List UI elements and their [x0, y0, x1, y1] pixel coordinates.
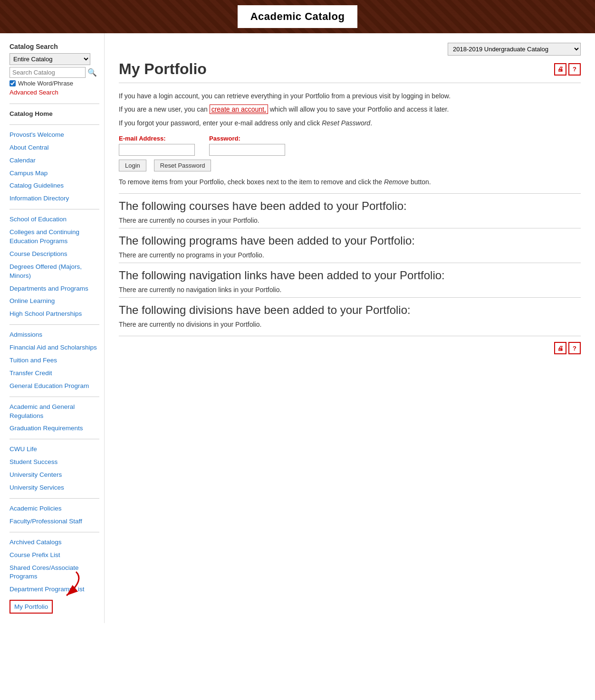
nav-campus-map[interactable]: Campus Map: [10, 167, 99, 180]
red-arrow-annotation: [48, 569, 86, 603]
nav-general-education[interactable]: General Education Program: [10, 380, 99, 393]
page-title-row: My Portfolio 🖨 ?: [119, 60, 581, 83]
catalog-search-label: Catalog Search: [10, 43, 99, 50]
divisions-heading: The following divisions have been added …: [119, 297, 581, 317]
site-header: Academic Catalog: [0, 0, 595, 33]
divider-3: [10, 209, 99, 209]
nav-departments-programs[interactable]: Departments and Programs: [10, 283, 99, 295]
whole-word-checkbox[interactable]: [10, 80, 16, 86]
nav-graduation-requirements[interactable]: Graduation Requirements: [10, 422, 99, 435]
nav-group-5: CWU Life Student Success University Cent…: [10, 443, 99, 494]
form-fields-row: E-mail Address: Password:: [119, 135, 581, 156]
print-icon-top: 🖨: [557, 66, 564, 73]
nav-university-centers[interactable]: University Centers: [10, 469, 99, 482]
email-form-group: E-mail Address:: [119, 135, 195, 156]
nav-provosts-welcome[interactable]: Provost's Welcome: [10, 129, 99, 142]
whole-word-label: Whole Word/Phrase: [18, 80, 73, 87]
nav-academic-policies[interactable]: Academic Policies: [10, 502, 99, 515]
nav-archived-catalogs[interactable]: Archived Catalogs: [10, 536, 99, 549]
nav-transfer-credit[interactable]: Transfer Credit: [10, 367, 99, 380]
intro-para-1: If you have a login account, you can ret…: [119, 91, 581, 101]
nav-course-descriptions[interactable]: Course Descriptions: [10, 248, 99, 261]
nav-links-heading: The following navigation links have been…: [119, 263, 581, 282]
catalog-version-select[interactable]: 2018-2019 Undergraduate Catalog 2017-201…: [448, 43, 581, 56]
nav-degrees-offered[interactable]: Degrees Offered (Majors, Minors): [10, 261, 99, 283]
form-buttons: Login Reset Password: [119, 160, 581, 171]
email-input[interactable]: [119, 144, 195, 156]
nav-group-3: Admissions Financial Aid and Scholarship…: [10, 329, 99, 392]
site-title: Academic Catalog: [238, 5, 358, 28]
divider-6: [10, 439, 99, 439]
divisions-empty-text: There are currently no divisions in your…: [119, 321, 581, 328]
nav-academic-regulations[interactable]: Academic and General Regulations: [10, 401, 99, 423]
nav-group-4: Academic and General Regulations Graduat…: [10, 401, 99, 435]
divider-2: [10, 124, 99, 125]
search-select-wrapper: Entire Catalog Course Descriptions Progr…: [10, 53, 99, 65]
nav-high-school-partnerships[interactable]: High School Partnerships: [10, 308, 99, 321]
nav-student-success[interactable]: Student Success: [10, 456, 99, 469]
print-icon-bottom: 🖨: [557, 345, 564, 352]
password-form-group: Password:: [209, 135, 285, 156]
top-icon-buttons: 🖨 ?: [554, 63, 581, 76]
nav-information-directory[interactable]: Information Directory: [10, 192, 99, 205]
courses-heading: The following courses have been added to…: [119, 193, 581, 213]
intro-para-2: If you are a new user, you can create an…: [119, 104, 581, 114]
catalog-home-link[interactable]: Catalog Home: [10, 108, 99, 121]
programs-section: The following programs have been added t…: [119, 228, 581, 259]
print-button-bottom[interactable]: 🖨: [554, 342, 566, 354]
programs-empty-text: There are currently no programs in your …: [119, 251, 581, 259]
nav-tuition-fees[interactable]: Tuition and Fees: [10, 354, 99, 367]
nav-online-learning[interactable]: Online Learning: [10, 295, 99, 308]
nav-links-empty-text: There are currently no navigation links …: [119, 286, 581, 293]
nav-financial-aid[interactable]: Financial Aid and Scholarships: [10, 341, 99, 354]
print-button-top[interactable]: 🖨: [554, 63, 566, 76]
nav-university-services[interactable]: University Services: [10, 482, 99, 494]
intro-para-3: If you forgot your password, enter your …: [119, 118, 581, 128]
whole-word-wrapper: Whole Word/Phrase: [10, 80, 99, 87]
nav-catalog-guidelines[interactable]: Catalog Guidelines: [10, 180, 99, 192]
my-portfolio-section: My Portfolio: [10, 598, 99, 614]
nav-colleges[interactable]: Colleges and Continuing Education Progra…: [10, 226, 99, 248]
catalog-scope-select[interactable]: Entire Catalog Course Descriptions Progr…: [10, 53, 90, 65]
nav-about-central[interactable]: About Central: [10, 142, 99, 154]
nav-admissions[interactable]: Admissions: [10, 329, 99, 341]
nav-group-6: Academic Policies Faculty/Professional S…: [10, 502, 99, 528]
reset-password-italic: Reset Password: [322, 119, 370, 127]
help-icon-top: ?: [573, 66, 576, 73]
search-input[interactable]: [10, 67, 86, 78]
page-wrapper: Catalog Search Entire Catalog Course Des…: [0, 33, 595, 623]
create-account-link[interactable]: create an account,: [210, 104, 268, 114]
divider-8: [10, 532, 99, 532]
nav-course-prefix-list[interactable]: Course Prefix List: [10, 549, 99, 562]
reset-password-button[interactable]: Reset Password: [154, 160, 211, 171]
courses-section: The following courses have been added to…: [119, 193, 581, 224]
nav-my-portfolio[interactable]: My Portfolio: [10, 600, 53, 614]
search-button[interactable]: 🔍: [86, 67, 99, 78]
top-bar: 2018-2019 Undergraduate Catalog 2017-201…: [119, 43, 581, 56]
nav-school-of-education[interactable]: School of Education: [10, 213, 99, 226]
nav-cwu-life[interactable]: CWU Life: [10, 443, 99, 456]
main-content: 2018-2019 Undergraduate Catalog 2017-201…: [105, 33, 595, 623]
password-input[interactable]: [209, 144, 285, 156]
bottom-icon-row: 🖨 ?: [119, 336, 581, 354]
remove-instructions: To remove items from your Portfolio, che…: [119, 178, 581, 186]
email-label: E-mail Address:: [119, 135, 195, 142]
divider-5: [10, 397, 99, 397]
nav-faculty-staff[interactable]: Faculty/Professional Staff: [10, 515, 99, 528]
nav-group-1: Provost's Welcome About Central Calendar…: [10, 129, 99, 205]
advanced-search-link[interactable]: Advanced Search: [10, 89, 99, 96]
password-label: Password:: [209, 135, 285, 142]
login-form: E-mail Address: Password: Login Reset Pa…: [119, 135, 581, 171]
sidebar: Catalog Search Entire Catalog Course Des…: [0, 33, 105, 623]
remove-italic: Remove: [384, 178, 409, 186]
navigation-links-section: The following navigation links have been…: [119, 263, 581, 293]
catalog-select-wrapper: 2018-2019 Undergraduate Catalog 2017-201…: [448, 43, 581, 56]
divider-7: [10, 498, 99, 499]
page-title: My Portfolio: [119, 60, 207, 78]
programs-heading: The following programs have been added t…: [119, 228, 581, 247]
help-button-top[interactable]: ?: [568, 63, 581, 76]
help-button-bottom[interactable]: ?: [568, 342, 581, 354]
nav-calendar[interactable]: Calendar: [10, 154, 99, 167]
nav-group-2: School of Education Colleges and Continu…: [10, 213, 99, 321]
login-button[interactable]: Login: [119, 160, 146, 171]
